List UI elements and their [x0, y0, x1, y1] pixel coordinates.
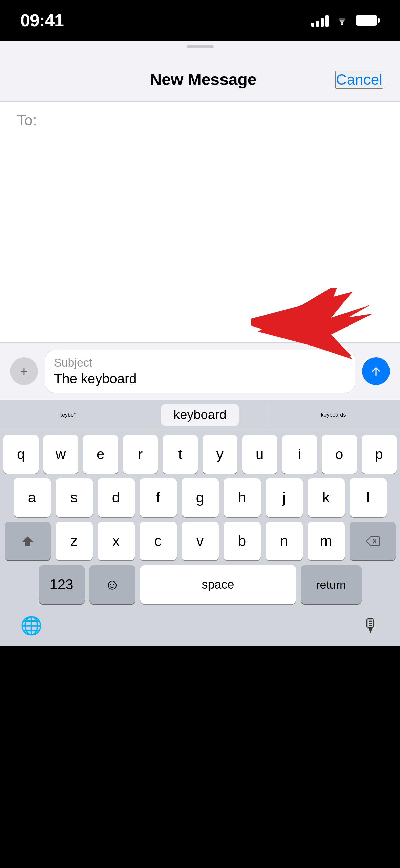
key-y[interactable]: y — [203, 435, 238, 474]
autocomplete-bar: “keybo” keyboard keyboards — [0, 400, 400, 430]
key-h[interactable]: h — [224, 478, 261, 517]
globe-icon[interactable]: 🌐 — [20, 615, 42, 636]
key-v[interactable]: v — [182, 522, 219, 560]
keyboard-row-2: a s d f g h j k l — [3, 478, 397, 517]
autocomplete-item-2[interactable]: keyboard — [133, 404, 267, 426]
space-key-label: space — [202, 577, 234, 592]
key-z[interactable]: z — [56, 522, 93, 560]
key-q[interactable]: q — [3, 435, 39, 474]
key-u[interactable]: u — [242, 435, 277, 474]
svg-point-0 — [341, 23, 343, 25]
compose-area-wrapper: + Subject The keyboard — [0, 342, 400, 400]
compose-bar: + Subject The keyboard — [0, 342, 400, 400]
key-d[interactable]: d — [98, 478, 135, 517]
add-button[interactable]: + — [10, 357, 38, 385]
key-f[interactable]: f — [140, 478, 177, 517]
key-x[interactable]: x — [98, 522, 135, 560]
status-time: 09:41 — [20, 10, 64, 31]
key-o[interactable]: o — [322, 435, 357, 474]
cancel-button[interactable]: Cancel — [335, 71, 383, 89]
key-w[interactable]: w — [43, 435, 79, 474]
send-button[interactable] — [362, 357, 390, 385]
message-body-area[interactable] — [0, 139, 400, 342]
subject-label: Subject — [54, 356, 346, 369]
compose-header: New Message Cancel — [0, 58, 400, 102]
to-field[interactable]: To: — [0, 102, 400, 139]
return-key-label: return — [316, 578, 346, 591]
emoji-icon: ☺ — [105, 576, 120, 593]
key-b[interactable]: b — [224, 522, 261, 560]
key-e[interactable]: e — [83, 435, 118, 474]
key-k[interactable]: k — [308, 478, 345, 517]
key-a[interactable]: a — [14, 478, 51, 517]
numbers-key-label: 123 — [49, 576, 73, 593]
key-n[interactable]: n — [266, 522, 303, 560]
message-input-wrapper[interactable]: Subject The keyboard — [45, 350, 355, 393]
to-input[interactable] — [40, 112, 383, 129]
status-icons — [311, 14, 380, 27]
key-j[interactable]: j — [266, 478, 303, 517]
autocomplete-label-3: keyboards — [321, 412, 346, 418]
shift-key[interactable] — [5, 522, 51, 560]
key-g[interactable]: g — [182, 478, 219, 517]
key-m[interactable]: m — [308, 522, 345, 560]
status-bar: 09:41 — [0, 0, 400, 41]
keyboard-row-4: 123 ☺ space return — [3, 565, 397, 604]
autocomplete-item-1[interactable]: “keybo” — [0, 412, 133, 418]
message-text: The keyboard — [54, 371, 137, 386]
wifi-icon — [335, 15, 350, 26]
key-p[interactable]: p — [362, 435, 397, 474]
keyboard-row-3: z x c v b n m — [3, 522, 397, 560]
sheet-handle — [187, 45, 214, 48]
home-indicator — [170, 859, 231, 861]
keyboard: q w e r t y u i o p a s d f g h j k l z … — [0, 430, 400, 612]
delete-key[interactable] — [350, 522, 396, 560]
send-icon — [370, 365, 382, 378]
key-i[interactable]: i — [282, 435, 317, 474]
to-label: To: — [17, 112, 37, 129]
key-l[interactable]: l — [350, 478, 387, 517]
signal-icon — [311, 14, 329, 27]
bottom-bar: 🌐 🎙 — [0, 612, 400, 646]
sheet-handle-area — [0, 41, 400, 58]
autocomplete-label-1: “keybo” — [58, 412, 76, 418]
emoji-key[interactable]: ☺ — [89, 565, 135, 604]
header-title: New Message — [71, 70, 335, 89]
keyboard-row-1: q w e r t y u i o p — [3, 435, 397, 474]
numbers-key[interactable]: 123 — [39, 565, 85, 604]
autocomplete-item-3[interactable]: keyboards — [267, 412, 400, 418]
battery-icon — [356, 15, 380, 26]
return-key[interactable]: return — [301, 565, 362, 604]
key-r[interactable]: r — [123, 435, 158, 474]
key-s[interactable]: s — [56, 478, 93, 517]
key-c[interactable]: c — [140, 522, 177, 560]
autocomplete-label-2: keyboard — [161, 404, 238, 426]
mic-icon[interactable]: 🎙 — [362, 615, 380, 636]
space-key[interactable]: space — [140, 565, 296, 604]
key-t[interactable]: t — [163, 435, 198, 474]
